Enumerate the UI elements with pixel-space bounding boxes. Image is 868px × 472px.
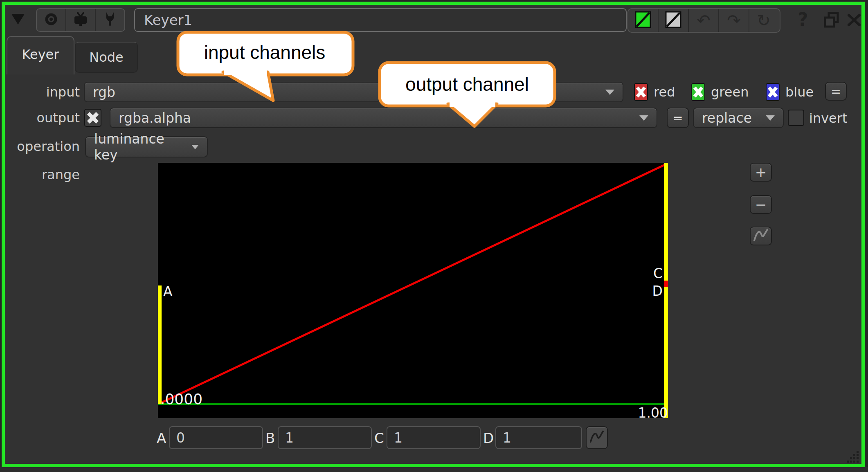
zoom-in-button[interactable]: +: [750, 163, 772, 182]
ramp-curve-button[interactable]: [586, 426, 608, 449]
merge-mode-dropdown[interactable]: replace: [693, 108, 784, 128]
channel-red-checkbox[interactable]: [634, 83, 648, 101]
undo-icon: ↶: [697, 11, 711, 30]
output-channel-value: rgba.alpha: [119, 110, 191, 126]
settings-button[interactable]: [96, 9, 124, 31]
undo-button[interactable]: ↶: [689, 9, 719, 32]
help-icon: ?: [798, 9, 808, 30]
collapse-triangle-icon[interactable]: [11, 13, 25, 27]
input-channels-value: rgb: [93, 84, 115, 100]
tab-node[interactable]: Node: [75, 42, 138, 73]
point-c-field[interactable]: 1: [387, 426, 481, 449]
curve-min-value: .0000: [160, 392, 202, 407]
chevron-down-icon: [766, 115, 775, 121]
operation-value: luminance key: [94, 131, 191, 163]
help-button[interactable]: ?: [798, 9, 808, 30]
node-color-button[interactable]: [659, 9, 689, 32]
tab-keyer-label: Keyer: [22, 47, 59, 62]
channel-blue-checkbox[interactable]: [766, 83, 780, 101]
wrench-icon: [103, 11, 117, 29]
channel-red-label: red: [654, 85, 675, 99]
circled-dot-icon: [44, 12, 58, 28]
invert-checkbox[interactable]: [788, 110, 804, 126]
float-panel-button[interactable]: [823, 12, 840, 30]
check-x-icon: [768, 86, 778, 98]
curve-handle-c-label: C: [642, 266, 663, 281]
ramp-red-line: [160, 164, 666, 403]
point-b-label: B: [265, 430, 275, 446]
zoom-out-button[interactable]: −: [750, 195, 772, 214]
chevron-down-icon: [639, 115, 648, 121]
check-x-icon: [636, 86, 646, 98]
curve-max-value: 1.00: [627, 406, 668, 420]
redo-button[interactable]: ↷: [719, 9, 749, 32]
range-curve-editor[interactable]: [158, 163, 668, 418]
close-panel-button[interactable]: [847, 13, 861, 28]
point-a-label: A: [157, 430, 166, 446]
chevron-down-icon: [191, 145, 199, 149]
output-label: output: [6, 110, 80, 125]
float-window-icon: [823, 22, 840, 30]
resize-grip[interactable]: [843, 447, 860, 465]
titlebar-right-button-group: ↶ ↷ ↻: [627, 8, 780, 33]
point-d-label: D: [483, 430, 494, 446]
revert-button[interactable]: ↻: [749, 9, 778, 32]
handle-d-yellow-line: [664, 287, 668, 418]
curve-handle-d-label: D: [642, 284, 663, 299]
tab-node-label: Node: [89, 49, 124, 65]
tv-monitor-icon: [72, 11, 89, 29]
gray-swatch-icon: [665, 11, 681, 30]
center-in-node-graph-button[interactable]: [37, 9, 66, 31]
input-equals-button[interactable]: =: [825, 82, 847, 101]
range-label: range: [6, 167, 80, 182]
monitor-output-button[interactable]: [66, 9, 96, 31]
input-channels-callout-text: input channels: [177, 31, 353, 74]
green-swatch-icon: [635, 11, 651, 30]
point-a-value: 0: [176, 430, 185, 446]
merge-mode-value: replace: [702, 110, 752, 126]
operation-label: operation: [6, 139, 80, 154]
curve-editor-button[interactable]: [750, 227, 772, 245]
check-x-icon: [87, 112, 99, 124]
point-c-value: 1: [394, 430, 403, 446]
tab-keyer[interactable]: Keyer: [7, 36, 74, 74]
equals-icon: =: [672, 111, 683, 125]
output-equals-button[interactable]: =: [667, 108, 689, 128]
range-curve-canvas: [158, 163, 668, 418]
point-d-value: 1: [503, 430, 511, 446]
handle-c-yellow-line: [664, 163, 668, 281]
point-a-field[interactable]: 0: [169, 426, 263, 449]
operation-dropdown[interactable]: luminance key: [85, 136, 208, 157]
plus-icon: +: [755, 164, 767, 180]
chevron-down-icon: [605, 90, 614, 95]
point-c-label: C: [374, 430, 384, 446]
handle-ab-yellow-line: [158, 285, 162, 404]
revert-icon: ↻: [757, 11, 771, 30]
channel-green-label: green: [711, 85, 749, 99]
curve-icon: [752, 227, 769, 245]
check-x-icon: [693, 86, 703, 98]
node-name-value: Keyer1: [144, 12, 192, 28]
channel-green-checkbox[interactable]: [691, 83, 705, 101]
output-enable-checkbox[interactable]: [84, 109, 101, 127]
handle-red-tick: [664, 281, 668, 287]
redo-icon: ↷: [727, 11, 741, 30]
keyer-properties-window: Keyer1 ↶ ↷ ↻: [0, 0, 868, 472]
channel-blue-label: blue: [785, 85, 814, 99]
close-icon: [847, 20, 861, 28]
show-panel-color-button[interactable]: [628, 9, 659, 32]
titlebar-left-button-group: [36, 8, 125, 32]
point-b-field[interactable]: 1: [278, 426, 372, 449]
output-channel-callout-text: output channel: [380, 63, 555, 106]
curve-icon: [589, 429, 605, 447]
invert-label: invert: [809, 111, 848, 126]
point-b-value: 1: [285, 430, 294, 446]
point-d-field[interactable]: 1: [495, 426, 582, 449]
input-label: input: [6, 85, 80, 99]
window-bottom-strip: [0, 467, 868, 472]
curve-handle-a-label: A: [163, 284, 173, 299]
minus-icon: −: [755, 196, 767, 213]
equals-icon: =: [831, 84, 841, 99]
